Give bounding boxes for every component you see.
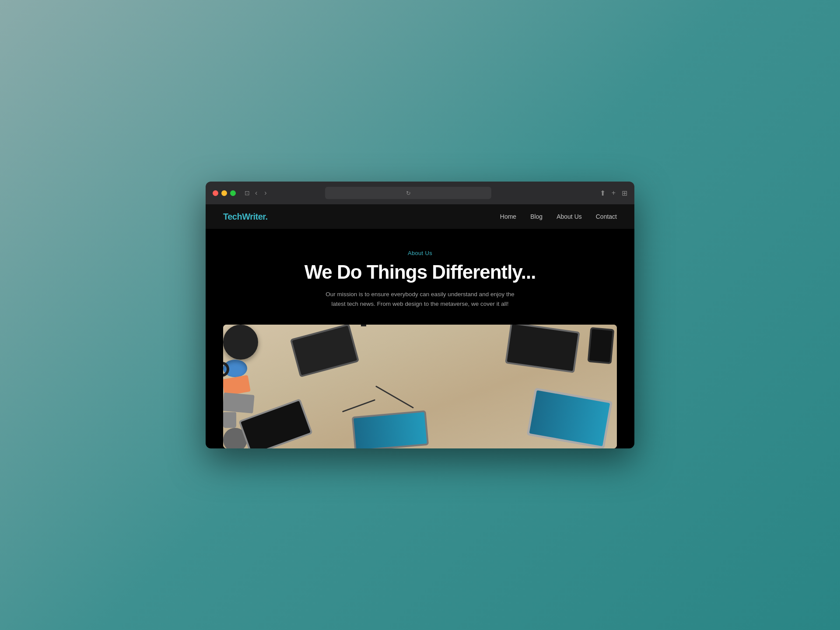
refresh-icon[interactable]: ↻	[406, 190, 411, 196]
teapot	[223, 325, 258, 360]
logo-text: TechWriter	[223, 212, 266, 221]
hero-section: About Us We Do Things Differently... Our…	[206, 229, 634, 325]
hero-subtitle: Our mission is to ensure everybody can e…	[324, 290, 516, 308]
coffee-cup-1	[223, 412, 236, 428]
browser-actions: ⬆ + ⊞	[600, 189, 627, 197]
sidebar-toggle-icon[interactable]: ⊡	[245, 189, 250, 196]
navigation: TechWriter. Home Blog About Us Contact	[206, 204, 634, 229]
cable-1	[375, 385, 414, 409]
hero-image	[223, 325, 617, 448]
close-button[interactable]	[213, 190, 218, 196]
cable-2	[342, 399, 375, 412]
share-icon[interactable]: ⬆	[600, 189, 606, 197]
nav-link-blog[interactable]: Blog	[530, 213, 542, 220]
hero-title: We Do Things Differently...	[223, 262, 617, 283]
laptop-top-left	[290, 325, 360, 378]
laptop-top-right	[505, 325, 580, 373]
logo-dot: .	[266, 212, 268, 221]
tablet-right	[588, 327, 615, 364]
hero-label: About Us	[223, 250, 617, 256]
nav-link-about[interactable]: About Us	[556, 213, 582, 220]
maximize-button[interactable]	[230, 190, 236, 196]
desk-scene	[223, 325, 617, 448]
laptop-bottom-right	[527, 388, 612, 448]
website-content: TechWriter. Home Blog About Us Contact A…	[206, 204, 634, 448]
site-logo[interactable]: TechWriter.	[223, 212, 268, 222]
browser-window: ⊡ ‹ › ↻ ⬆ + ⊞ TechWriter. Home Blog Abou…	[206, 182, 634, 448]
minimize-button[interactable]	[221, 190, 227, 196]
browser-chrome: ⊡ ‹ › ↻ ⬆ + ⊞	[206, 182, 634, 204]
forward-button[interactable]: ›	[262, 188, 268, 198]
browser-controls: ⊡ ‹ ›	[245, 188, 269, 198]
laptop-bottom-center	[352, 410, 429, 448]
back-button[interactable]: ‹	[253, 188, 259, 198]
hard-drive-gray	[223, 392, 255, 413]
traffic-lights	[213, 190, 236, 196]
nav-links: Home Blog About Us Contact	[500, 213, 617, 220]
new-tab-icon[interactable]: +	[612, 189, 616, 197]
nav-link-home[interactable]: Home	[500, 213, 516, 220]
address-bar[interactable]: ↻	[325, 187, 491, 199]
grid-icon[interactable]: ⊞	[622, 189, 627, 197]
nav-link-contact[interactable]: Contact	[596, 213, 617, 220]
